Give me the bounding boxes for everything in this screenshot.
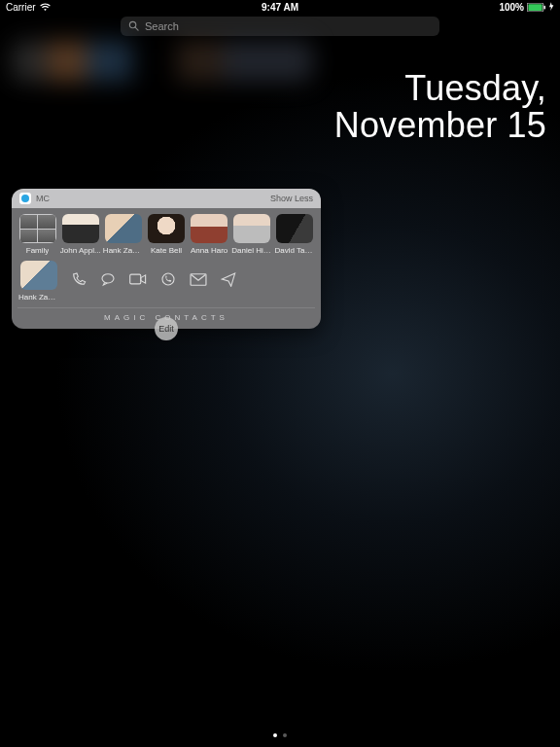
svg-point-7 (162, 273, 174, 285)
widget-app-icon (19, 193, 31, 204)
search-field[interactable] (121, 17, 439, 36)
contact-anna[interactable]: Anna Haro (190, 214, 229, 255)
share-icon[interactable] (221, 271, 236, 291)
contact-john[interactable]: John Appl... (60, 214, 100, 255)
contact-name: Anna Haro (191, 246, 228, 255)
status-bar: Carrier 9:47 AM 100% (0, 0, 560, 14)
svg-rect-1 (528, 4, 542, 11)
widget-body: Family John Appl... Hank Zakr... Kate Be… (12, 208, 321, 329)
contact-david[interactable]: David Taylor (275, 214, 315, 255)
contact-daniel[interactable]: Daniel Hig... (232, 214, 272, 255)
background-app-blur (12, 41, 313, 82)
date-line1: Tuesday, (334, 70, 546, 107)
page-dot-active (273, 733, 277, 737)
date-display: Tuesday, November 15 (334, 70, 546, 144)
contact-name: Kate Bell (151, 246, 182, 255)
avatar (62, 214, 99, 243)
avatar (233, 214, 270, 243)
show-less-button[interactable]: Show Less (270, 194, 313, 203)
widget-header: MC Show Less (12, 189, 321, 208)
contacts-row: Family John Appl... Hank Zakr... Kate Be… (18, 214, 315, 255)
edit-button[interactable]: Edit (155, 317, 178, 340)
contact-name: Hank Zakr... (103, 246, 144, 255)
widget-app-name: MC (36, 194, 270, 203)
video-icon[interactable] (129, 272, 147, 290)
contact-name: John Appl... (60, 246, 101, 255)
avatar (105, 214, 142, 243)
date-line2: November 15 (334, 107, 546, 144)
contact-hank[interactable]: Hank Zakr... (103, 214, 143, 255)
contact-actions-row: Hank Zakr... (18, 261, 315, 302)
clock: 9:47 AM (0, 2, 560, 13)
magic-contacts-widget: MC Show Less Family John Appl... Hank Za… (12, 189, 321, 329)
avatar (19, 214, 56, 243)
contact-name: Hank Zakr... (18, 293, 59, 302)
search-input[interactable] (145, 20, 432, 32)
avatar (20, 261, 57, 290)
page-dot (283, 733, 287, 737)
contact-name: Daniel Hig... (231, 246, 272, 255)
battery-icon (527, 3, 546, 12)
phone-icon[interactable] (71, 271, 87, 291)
battery-percentage: 100% (499, 2, 524, 13)
contact-name: Family (26, 246, 50, 255)
avatar (191, 214, 228, 243)
contact-family[interactable]: Family (18, 214, 57, 255)
avatar (276, 214, 313, 243)
avatar (148, 214, 185, 243)
email-icon[interactable] (190, 272, 207, 290)
search-icon (128, 18, 139, 35)
whatsapp-icon[interactable] (160, 271, 176, 291)
page-indicator[interactable] (0, 733, 560, 737)
svg-rect-6 (130, 274, 141, 284)
message-icon[interactable] (100, 271, 116, 291)
contact-name: David Taylor (274, 246, 315, 255)
selected-contact[interactable]: Hank Zakr... (18, 261, 60, 302)
charging-icon (549, 2, 554, 13)
svg-rect-2 (544, 5, 546, 9)
contact-kate[interactable]: Kate Bell (146, 214, 186, 255)
svg-point-5 (102, 274, 114, 283)
svg-line-4 (135, 27, 138, 30)
